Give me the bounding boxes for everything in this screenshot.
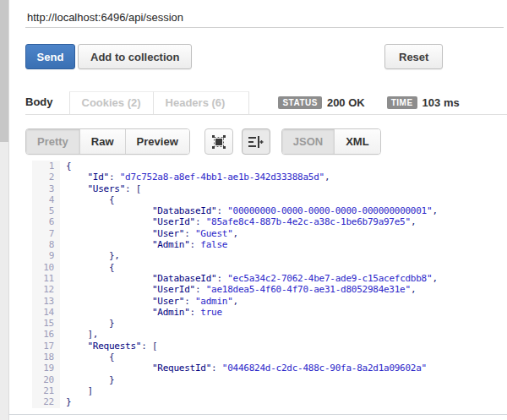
code-line: 8 "Admin": false xyxy=(32,239,504,250)
json-button[interactable]: JSON xyxy=(282,129,334,154)
code-text: "DatabaseId": "00000000-0000-0000-0000-0… xyxy=(60,205,438,216)
response-tab-bar: Body Cookies (2) Headers (6) STATUS 200 … xyxy=(25,91,507,115)
line-number: 15 xyxy=(32,318,60,329)
code-text: "Admin": true xyxy=(60,307,222,318)
code-line: 18 { xyxy=(32,352,504,363)
line-number: 21 xyxy=(32,385,60,396)
code-line: 3 "Users": [ xyxy=(32,183,504,194)
code-text: "UserId": "85afe8c4-887b-4e2c-a38c-1be6b… xyxy=(60,216,416,227)
format-mode-group: JSON XML xyxy=(281,128,381,155)
code-text: } xyxy=(60,396,71,407)
code-text: } xyxy=(60,374,114,385)
code-line: 7 "User": "Guest", xyxy=(32,228,504,239)
collapse-lines-button[interactable] xyxy=(242,128,270,155)
expand-view-button[interactable] xyxy=(204,128,233,155)
code-line: 22} xyxy=(32,396,504,407)
code-text: "Admin": false xyxy=(60,239,227,250)
body-view-toolbar: Pretty Raw Preview xyxy=(25,128,381,155)
left-scrollbar[interactable] xyxy=(0,0,9,420)
time-value: 103 ms xyxy=(422,96,460,109)
selection-square-icon xyxy=(211,134,226,150)
code-line: 20 } xyxy=(32,374,504,385)
code-line: 1{ xyxy=(32,161,504,172)
line-number: 7 xyxy=(32,228,60,239)
preview-button[interactable]: Preview xyxy=(125,129,189,154)
code-text: "User": "Guest", xyxy=(60,228,238,239)
bottom-divider xyxy=(8,414,507,415)
code-line: 4 { xyxy=(32,194,504,205)
code-text: "UserId": "ae18dea5-4f60-4f70-ae31-d8052… xyxy=(60,284,416,295)
line-number: 19 xyxy=(32,363,60,374)
line-number: 4 xyxy=(32,194,60,205)
status-value: 200 OK xyxy=(327,96,365,109)
collapse-lines-icon xyxy=(248,135,264,149)
url-input[interactable] xyxy=(25,7,504,28)
code-line: 21 ] xyxy=(32,385,504,396)
code-line: 12 "UserId": "ae18dea5-4f60-4f70-ae31-d8… xyxy=(32,284,504,295)
code-text: { xyxy=(60,161,71,172)
code-text: { xyxy=(60,194,114,205)
code-text: "Requests": [ xyxy=(60,341,157,352)
code-text: "Users": [ xyxy=(60,183,141,194)
code-text: }, xyxy=(60,250,120,261)
code-line: 16 ], xyxy=(32,329,504,340)
time-badge: TIME xyxy=(387,96,417,109)
code-text: "DatabaseId": "ec5a34c2-7062-4be7-ade9-c… xyxy=(60,273,438,284)
code-text: { xyxy=(60,262,114,273)
reset-button[interactable]: Reset xyxy=(384,44,443,69)
view-mode-group: Pretty Raw Preview xyxy=(25,128,190,155)
line-number: 1 xyxy=(32,161,60,172)
code-text: { xyxy=(60,352,114,363)
line-number: 20 xyxy=(32,374,60,385)
tab-headers[interactable]: Headers (6) xyxy=(153,91,250,114)
raw-button[interactable]: Raw xyxy=(79,129,125,154)
app-window: Send Add to collection Reset Body Cookie… xyxy=(0,0,507,420)
code-text: "User": "admin", xyxy=(60,296,238,307)
code-line: 13 "User": "admin", xyxy=(32,296,504,307)
line-number: 14 xyxy=(32,307,60,318)
code-text: "RequestId": "0446824d-c2dc-488c-90fa-8a… xyxy=(60,363,427,374)
code-text: } xyxy=(60,318,114,329)
send-button[interactable]: Send xyxy=(25,44,75,69)
line-number: 22 xyxy=(32,396,60,407)
line-number: 10 xyxy=(32,262,60,273)
line-number: 9 xyxy=(32,250,60,261)
code-line: 2 "Id": "d7c752a8-a8ef-4bb1-ae1b-342d333… xyxy=(32,172,504,183)
tab-body[interactable]: Body xyxy=(25,91,69,114)
code-line: 14 "Admin": true xyxy=(32,307,504,318)
line-number: 16 xyxy=(32,329,60,340)
code-text: ] xyxy=(60,385,93,396)
scrollbar-thumb[interactable] xyxy=(0,0,8,142)
add-to-collection-button[interactable]: Add to collection xyxy=(78,44,192,69)
response-body-code[interactable]: 1{2 "Id": "d7c752a8-a8ef-4bb1-ae1b-342d3… xyxy=(32,161,504,408)
line-number: 17 xyxy=(32,341,60,352)
xml-button[interactable]: XML xyxy=(334,129,379,154)
line-number: 11 xyxy=(32,273,60,284)
code-line: 6 "UserId": "85afe8c4-887b-4e2c-a38c-1be… xyxy=(32,216,504,227)
line-number: 5 xyxy=(32,205,60,216)
line-number: 18 xyxy=(32,352,60,363)
line-number: 12 xyxy=(32,284,60,295)
tab-cookies[interactable]: Cookies (2) xyxy=(69,91,153,114)
status-badge: STATUS xyxy=(278,96,322,109)
pretty-button[interactable]: Pretty xyxy=(26,129,79,154)
code-line: 19 "RequestId": "0446824d-c2dc-488c-90fa… xyxy=(32,363,504,374)
response-meta: STATUS 200 OK TIME 103 ms xyxy=(278,91,459,114)
line-number: 8 xyxy=(32,239,60,250)
code-text: "Id": "d7c752a8-a8ef-4bb1-ae1b-342d33388… xyxy=(60,172,330,183)
code-line: 10 { xyxy=(32,262,504,273)
line-number: 13 xyxy=(32,296,60,307)
line-number: 6 xyxy=(32,216,60,227)
line-number: 2 xyxy=(32,172,60,183)
code-line: 15 } xyxy=(32,318,504,329)
code-text: ], xyxy=(60,329,98,340)
code-line: 11 "DatabaseId": "ec5a34c2-7062-4be7-ade… xyxy=(32,273,504,284)
code-line: 9 }, xyxy=(32,250,504,261)
line-number: 3 xyxy=(32,183,60,194)
code-line: 5 "DatabaseId": "00000000-0000-0000-0000… xyxy=(32,205,504,216)
code-line: 17 "Requests": [ xyxy=(32,341,504,352)
